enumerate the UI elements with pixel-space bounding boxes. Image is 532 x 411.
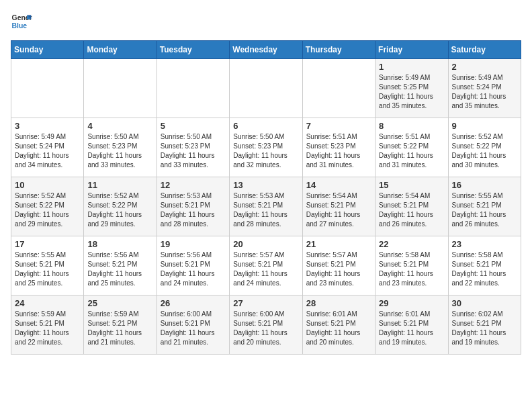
calendar-cell: 6Sunrise: 5:50 AM Sunset: 5:23 PM Daylig… bbox=[230, 118, 302, 177]
day-number: 18 bbox=[87, 239, 152, 249]
day-number: 23 bbox=[452, 239, 517, 249]
day-info: Sunrise: 5:49 AM Sunset: 5:25 PM Dayligh… bbox=[379, 73, 444, 111]
calendar-header-row: SundayMondayTuesdayWednesdayThursdayFrid… bbox=[11, 41, 521, 59]
page-header: General Blue bbox=[11, 11, 521, 32]
day-number: 29 bbox=[379, 298, 444, 308]
day-info: Sunrise: 5:55 AM Sunset: 5:21 PM Dayligh… bbox=[452, 191, 517, 229]
calendar-cell: 30Sunrise: 6:02 AM Sunset: 5:21 PM Dayli… bbox=[448, 295, 521, 355]
calendar-cell bbox=[230, 59, 302, 118]
day-info: Sunrise: 5:59 AM Sunset: 5:21 PM Dayligh… bbox=[15, 310, 80, 347]
day-number: 16 bbox=[452, 180, 517, 190]
day-number: 25 bbox=[87, 298, 152, 308]
logo-icon: General Blue bbox=[11, 11, 32, 32]
day-number: 13 bbox=[233, 180, 298, 190]
day-number: 15 bbox=[379, 180, 444, 190]
calendar-cell: 18Sunrise: 5:56 AM Sunset: 5:21 PM Dayli… bbox=[84, 236, 157, 295]
weekday-header: Thursday bbox=[302, 41, 375, 59]
calendar-cell: 19Sunrise: 5:56 AM Sunset: 5:21 PM Dayli… bbox=[157, 236, 229, 295]
day-info: Sunrise: 5:52 AM Sunset: 5:22 PM Dayligh… bbox=[452, 132, 517, 170]
calendar-cell: 16Sunrise: 5:55 AM Sunset: 5:21 PM Dayli… bbox=[448, 177, 521, 236]
day-number: 27 bbox=[233, 298, 298, 308]
day-info: Sunrise: 5:50 AM Sunset: 5:23 PM Dayligh… bbox=[161, 132, 226, 170]
day-info: Sunrise: 5:52 AM Sunset: 5:22 PM Dayligh… bbox=[87, 191, 152, 229]
day-info: Sunrise: 6:00 AM Sunset: 5:21 PM Dayligh… bbox=[161, 310, 226, 347]
calendar-table: SundayMondayTuesdayWednesdayThursdayFrid… bbox=[11, 40, 521, 355]
calendar-cell: 13Sunrise: 5:53 AM Sunset: 5:21 PM Dayli… bbox=[230, 177, 302, 236]
calendar-cell: 11Sunrise: 5:52 AM Sunset: 5:22 PM Dayli… bbox=[84, 177, 157, 236]
day-info: Sunrise: 5:49 AM Sunset: 5:24 PM Dayligh… bbox=[15, 132, 80, 170]
day-info: Sunrise: 5:59 AM Sunset: 5:21 PM Dayligh… bbox=[87, 310, 152, 347]
calendar-cell: 22Sunrise: 5:58 AM Sunset: 5:21 PM Dayli… bbox=[375, 236, 448, 295]
calendar-cell: 20Sunrise: 5:57 AM Sunset: 5:21 PM Dayli… bbox=[230, 236, 302, 295]
calendar-week-row: 17Sunrise: 5:55 AM Sunset: 5:21 PM Dayli… bbox=[11, 236, 521, 295]
weekday-header: Tuesday bbox=[157, 41, 229, 59]
day-number: 5 bbox=[161, 121, 226, 131]
svg-text:Blue: Blue bbox=[12, 22, 28, 30]
day-info: Sunrise: 5:56 AM Sunset: 5:21 PM Dayligh… bbox=[161, 250, 226, 288]
calendar-cell: 27Sunrise: 6:00 AM Sunset: 5:21 PM Dayli… bbox=[230, 295, 302, 355]
calendar-cell: 14Sunrise: 5:54 AM Sunset: 5:21 PM Dayli… bbox=[302, 177, 375, 236]
day-number: 7 bbox=[306, 121, 371, 131]
weekday-header: Wednesday bbox=[230, 41, 302, 59]
calendar-cell: 15Sunrise: 5:54 AM Sunset: 5:21 PM Dayli… bbox=[375, 177, 448, 236]
calendar-cell: 9Sunrise: 5:52 AM Sunset: 5:22 PM Daylig… bbox=[448, 118, 521, 177]
day-info: Sunrise: 5:56 AM Sunset: 5:21 PM Dayligh… bbox=[87, 250, 152, 288]
day-number: 28 bbox=[306, 298, 371, 308]
day-number: 30 bbox=[452, 298, 517, 308]
calendar-cell: 2Sunrise: 5:49 AM Sunset: 5:24 PM Daylig… bbox=[448, 59, 521, 118]
day-info: Sunrise: 5:49 AM Sunset: 5:24 PM Dayligh… bbox=[452, 73, 517, 111]
day-info: Sunrise: 5:54 AM Sunset: 5:21 PM Dayligh… bbox=[379, 191, 444, 229]
calendar-cell: 29Sunrise: 6:01 AM Sunset: 5:21 PM Dayli… bbox=[375, 295, 448, 355]
day-info: Sunrise: 6:02 AM Sunset: 5:21 PM Dayligh… bbox=[452, 310, 517, 347]
calendar-cell: 3Sunrise: 5:49 AM Sunset: 5:24 PM Daylig… bbox=[11, 118, 84, 177]
weekday-header: Monday bbox=[84, 41, 157, 59]
day-info: Sunrise: 5:52 AM Sunset: 5:22 PM Dayligh… bbox=[15, 191, 80, 229]
calendar-cell: 8Sunrise: 5:51 AM Sunset: 5:22 PM Daylig… bbox=[375, 118, 448, 177]
calendar-cell: 12Sunrise: 5:53 AM Sunset: 5:21 PM Dayli… bbox=[157, 177, 229, 236]
day-number: 10 bbox=[15, 180, 80, 190]
calendar-cell: 7Sunrise: 5:51 AM Sunset: 5:23 PM Daylig… bbox=[302, 118, 375, 177]
day-number: 21 bbox=[306, 239, 371, 249]
calendar-week-row: 1Sunrise: 5:49 AM Sunset: 5:25 PM Daylig… bbox=[11, 59, 521, 118]
day-number: 22 bbox=[379, 239, 444, 249]
calendar-week-row: 24Sunrise: 5:59 AM Sunset: 5:21 PM Dayli… bbox=[11, 295, 521, 355]
day-info: Sunrise: 5:50 AM Sunset: 5:23 PM Dayligh… bbox=[233, 132, 298, 170]
day-info: Sunrise: 5:50 AM Sunset: 5:23 PM Dayligh… bbox=[87, 132, 152, 170]
day-number: 26 bbox=[161, 298, 226, 308]
weekday-header: Saturday bbox=[448, 41, 521, 59]
day-info: Sunrise: 6:00 AM Sunset: 5:21 PM Dayligh… bbox=[233, 310, 298, 347]
day-number: 20 bbox=[233, 239, 298, 249]
day-number: 2 bbox=[452, 62, 517, 72]
calendar-cell: 28Sunrise: 6:01 AM Sunset: 5:21 PM Dayli… bbox=[302, 295, 375, 355]
logo: General Blue bbox=[11, 11, 32, 32]
day-number: 17 bbox=[15, 239, 80, 249]
calendar-cell: 5Sunrise: 5:50 AM Sunset: 5:23 PM Daylig… bbox=[157, 118, 229, 177]
day-number: 14 bbox=[306, 180, 371, 190]
calendar-cell: 21Sunrise: 5:57 AM Sunset: 5:21 PM Dayli… bbox=[302, 236, 375, 295]
day-info: Sunrise: 5:57 AM Sunset: 5:21 PM Dayligh… bbox=[306, 250, 371, 288]
calendar-body: 1Sunrise: 5:49 AM Sunset: 5:25 PM Daylig… bbox=[11, 59, 521, 355]
day-info: Sunrise: 6:01 AM Sunset: 5:21 PM Dayligh… bbox=[306, 310, 371, 347]
calendar-cell bbox=[302, 59, 375, 118]
calendar-cell: 24Sunrise: 5:59 AM Sunset: 5:21 PM Dayli… bbox=[11, 295, 84, 355]
day-info: Sunrise: 5:53 AM Sunset: 5:21 PM Dayligh… bbox=[233, 191, 298, 229]
calendar-week-row: 10Sunrise: 5:52 AM Sunset: 5:22 PM Dayli… bbox=[11, 177, 521, 236]
calendar-cell: 1Sunrise: 5:49 AM Sunset: 5:25 PM Daylig… bbox=[375, 59, 448, 118]
calendar-week-row: 3Sunrise: 5:49 AM Sunset: 5:24 PM Daylig… bbox=[11, 118, 521, 177]
calendar-cell: 26Sunrise: 6:00 AM Sunset: 5:21 PM Dayli… bbox=[157, 295, 229, 355]
day-number: 1 bbox=[379, 62, 444, 72]
day-info: Sunrise: 5:58 AM Sunset: 5:21 PM Dayligh… bbox=[379, 250, 444, 288]
day-number: 24 bbox=[15, 298, 80, 308]
calendar-cell: 10Sunrise: 5:52 AM Sunset: 5:22 PM Dayli… bbox=[11, 177, 84, 236]
weekday-header: Friday bbox=[375, 41, 448, 59]
calendar-cell bbox=[157, 59, 229, 118]
day-number: 19 bbox=[161, 239, 226, 249]
day-number: 6 bbox=[233, 121, 298, 131]
day-info: Sunrise: 5:58 AM Sunset: 5:21 PM Dayligh… bbox=[452, 250, 517, 288]
day-number: 11 bbox=[87, 180, 152, 190]
weekday-header: Sunday bbox=[11, 41, 84, 59]
day-info: Sunrise: 6:01 AM Sunset: 5:21 PM Dayligh… bbox=[379, 310, 444, 347]
day-info: Sunrise: 5:57 AM Sunset: 5:21 PM Dayligh… bbox=[233, 250, 298, 288]
day-info: Sunrise: 5:55 AM Sunset: 5:21 PM Dayligh… bbox=[15, 250, 80, 288]
calendar-cell bbox=[11, 59, 84, 118]
